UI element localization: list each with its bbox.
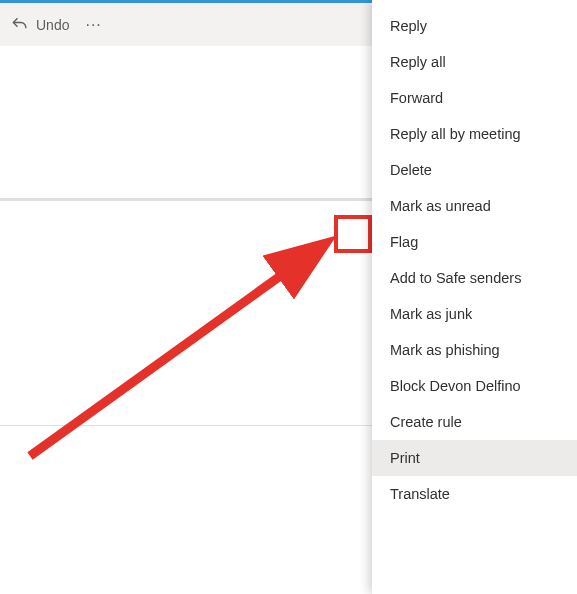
menu-item-print[interactable]: Print xyxy=(372,440,577,476)
menu-item-reply[interactable]: Reply xyxy=(372,8,577,44)
menu-item-reply-all[interactable]: Reply all xyxy=(372,44,577,80)
undo-button[interactable]: Undo xyxy=(10,15,69,35)
menu-item-create-rule[interactable]: Create rule xyxy=(372,404,577,440)
toolbar-more-button[interactable]: ··· xyxy=(79,14,107,36)
menu-item-forward[interactable]: Forward xyxy=(372,80,577,116)
context-menu: Reply Reply all Forward Reply all by mee… xyxy=(372,0,577,594)
undo-label: Undo xyxy=(36,17,69,33)
menu-item-reply-all-meeting[interactable]: Reply all by meeting xyxy=(372,116,577,152)
menu-item-mark-unread[interactable]: Mark as unread xyxy=(372,188,577,224)
menu-item-safe-senders[interactable]: Add to Safe senders xyxy=(372,260,577,296)
undo-icon xyxy=(10,15,30,35)
menu-item-translate[interactable]: Translate xyxy=(372,476,577,512)
menu-item-block-sender[interactable]: Block Devon Delfino xyxy=(372,368,577,404)
menu-item-flag[interactable]: Flag xyxy=(372,224,577,260)
menu-item-mark-junk[interactable]: Mark as junk xyxy=(372,296,577,332)
menu-item-mark-phishing[interactable]: Mark as phishing xyxy=(372,332,577,368)
menu-item-delete[interactable]: Delete xyxy=(372,152,577,188)
